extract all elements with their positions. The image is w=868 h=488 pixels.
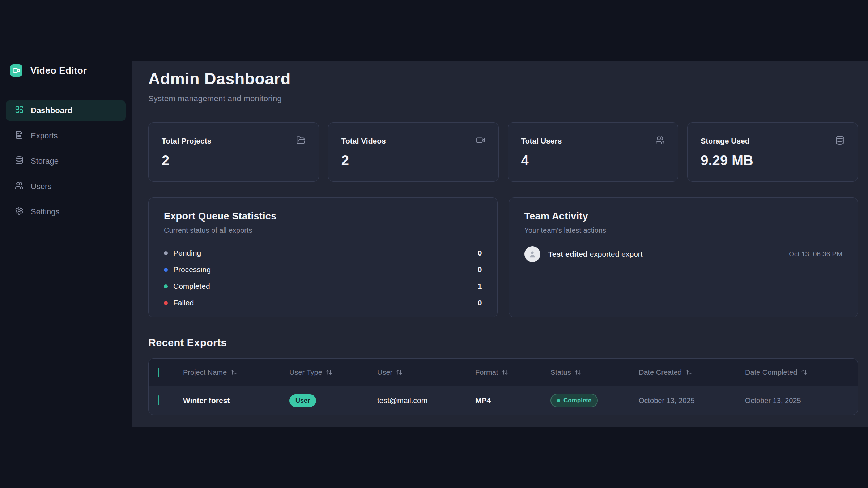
status-badge: Complete bbox=[550, 394, 598, 407]
queue-row-completed: Completed 1 bbox=[164, 278, 482, 295]
column-label: Format bbox=[475, 368, 498, 377]
video-camera-logo-icon bbox=[10, 64, 22, 77]
gear-icon bbox=[15, 206, 24, 217]
status-label: Complete bbox=[563, 397, 591, 404]
sidebar-item-storage[interactable]: Storage bbox=[6, 151, 126, 171]
folder-open-icon bbox=[296, 136, 306, 146]
cell-format: MP4 bbox=[475, 396, 550, 405]
completed-status-dot bbox=[164, 284, 168, 288]
sort-icon bbox=[801, 369, 808, 376]
recent-exports-title: Recent Exports bbox=[148, 337, 858, 349]
page-subtitle: System management and monitoring bbox=[148, 94, 858, 103]
stat-label: Total Users bbox=[521, 137, 562, 145]
activity-action: exported export bbox=[590, 250, 643, 258]
recent-exports-table: Project Name User Type User Format Statu… bbox=[148, 358, 858, 415]
sort-icon bbox=[575, 369, 581, 376]
sidebar-item-label: Users bbox=[31, 182, 51, 191]
sidebar-item-dashboard[interactable]: Dashboard bbox=[6, 100, 126, 121]
sidebar-item-label: Storage bbox=[31, 157, 59, 166]
queue-row-failed: Failed 0 bbox=[164, 295, 482, 311]
sidebar-item-settings[interactable]: Settings bbox=[6, 202, 126, 222]
table-row[interactable]: Winter forest User test@mail.com MP4 Com… bbox=[149, 386, 858, 415]
table-header-row: Project Name User Type User Format Statu… bbox=[149, 359, 858, 386]
column-label: Status bbox=[550, 368, 571, 377]
user-type-badge: User bbox=[289, 394, 316, 407]
stat-label: Total Videos bbox=[341, 137, 386, 145]
database-icon bbox=[15, 156, 24, 167]
app-title: Video Editor bbox=[30, 65, 87, 76]
select-all-checkbox[interactable] bbox=[158, 368, 159, 377]
column-header-user-type[interactable]: User Type bbox=[289, 368, 377, 377]
column-label: Date Completed bbox=[745, 368, 797, 377]
sidebar: Video Editor Dashboard Exports Storage U… bbox=[0, 0, 132, 488]
main-content: Admin Dashboard System management and mo… bbox=[132, 61, 868, 427]
sidebar-item-exports[interactable]: Exports bbox=[6, 126, 126, 146]
queue-label: Completed bbox=[173, 282, 210, 291]
sidebar-item-label: Exports bbox=[31, 131, 58, 141]
pending-status-dot bbox=[164, 251, 168, 255]
export-queue-card: Export Queue Statistics Current status o… bbox=[148, 197, 498, 317]
column-label: User bbox=[377, 368, 392, 377]
file-text-icon bbox=[15, 130, 24, 141]
avatar bbox=[524, 246, 540, 262]
status-dot bbox=[557, 399, 560, 402]
stat-label: Total Projects bbox=[162, 137, 211, 145]
cell-project-name: Winter forest bbox=[183, 396, 289, 405]
cell-user-email: test@mail.com bbox=[377, 396, 475, 405]
stat-value: 4 bbox=[521, 153, 665, 168]
processing-status-dot bbox=[164, 268, 168, 272]
row-checkbox[interactable] bbox=[158, 395, 159, 405]
column-header-format[interactable]: Format bbox=[475, 368, 550, 377]
activity-timestamp: Oct 13, 06:36 PM bbox=[789, 250, 842, 258]
column-header-project-name[interactable]: Project Name bbox=[183, 368, 289, 377]
column-header-user[interactable]: User bbox=[377, 368, 475, 377]
sidebar-item-label: Dashboard bbox=[31, 106, 72, 115]
users-icon bbox=[655, 136, 665, 146]
queue-row-processing: Processing 0 bbox=[164, 261, 482, 278]
sort-icon bbox=[502, 369, 508, 376]
dashboard-grid-icon bbox=[15, 105, 24, 116]
page-title: Admin Dashboard bbox=[148, 69, 858, 88]
stats-grid: Total Projects 2 Total Videos 2 Total Us… bbox=[148, 122, 858, 182]
queue-value: 0 bbox=[478, 249, 482, 257]
database-icon bbox=[835, 136, 844, 146]
column-header-date-created[interactable]: Date Created bbox=[639, 368, 745, 377]
stat-card-total-users: Total Users 4 bbox=[508, 122, 678, 182]
sort-icon bbox=[326, 369, 332, 376]
sidebar-item-label: Settings bbox=[31, 207, 60, 217]
sidebar-item-users[interactable]: Users bbox=[6, 176, 126, 197]
stat-value: 2 bbox=[341, 153, 485, 168]
users-icon bbox=[15, 181, 24, 192]
sort-icon bbox=[230, 369, 237, 376]
card-title: Team Activity bbox=[524, 211, 843, 222]
team-activity-card: Team Activity Your team's latest actions… bbox=[509, 197, 858, 317]
failed-status-dot bbox=[164, 301, 168, 305]
stat-value: 2 bbox=[162, 153, 306, 168]
card-title: Export Queue Statistics bbox=[164, 211, 482, 222]
queue-row-pending: Pending 0 bbox=[164, 245, 482, 261]
queue-list: Pending 0 Processing 0 Completed 1 Faile… bbox=[164, 245, 482, 311]
queue-value: 0 bbox=[478, 265, 482, 274]
activity-text: Test edited exported export bbox=[548, 250, 643, 258]
column-label: Date Created bbox=[639, 368, 682, 377]
queue-label: Failed bbox=[173, 299, 194, 307]
queue-value: 1 bbox=[478, 282, 482, 291]
video-camera-icon bbox=[476, 136, 485, 146]
app-logo: Video Editor bbox=[6, 64, 126, 77]
queue-label: Pending bbox=[173, 249, 201, 257]
cell-date-completed: October 13, 2025 bbox=[745, 397, 858, 405]
column-header-date-completed[interactable]: Date Completed bbox=[745, 368, 858, 377]
sidebar-nav: Dashboard Exports Storage Users Settings bbox=[6, 100, 126, 222]
sort-icon bbox=[396, 369, 403, 376]
column-label: User Type bbox=[289, 368, 322, 377]
card-subtitle: Current status of all exports bbox=[164, 226, 482, 235]
sort-icon bbox=[685, 369, 692, 376]
activity-actor: Test edited bbox=[548, 250, 588, 258]
middle-row: Export Queue Statistics Current status o… bbox=[148, 197, 858, 317]
queue-value: 0 bbox=[478, 299, 482, 307]
column-label: Project Name bbox=[183, 368, 227, 377]
cell-date-created: October 13, 2025 bbox=[639, 397, 745, 405]
column-header-status[interactable]: Status bbox=[550, 368, 639, 377]
activity-item: Test edited exported export Oct 13, 06:3… bbox=[524, 246, 843, 262]
stat-label: Storage Used bbox=[701, 137, 749, 145]
